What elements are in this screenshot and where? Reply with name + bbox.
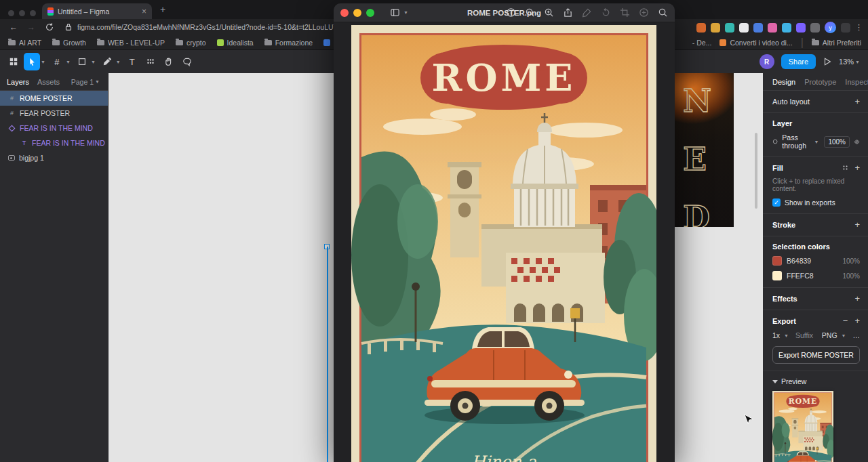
color-swatch[interactable]: [772, 256, 782, 266]
extension-icon[interactable]: [753, 23, 763, 33]
tab-layers[interactable]: Layers: [7, 78, 29, 86]
user-avatar[interactable]: R: [760, 54, 774, 69]
color-swatch[interactable]: [772, 271, 782, 280]
quicklook-titlebar[interactable]: ▼ ROME POSTER.png: [334, 3, 675, 22]
export-more-icon[interactable]: …: [853, 331, 861, 339]
styles-icon[interactable]: [842, 164, 849, 171]
window-controls[interactable]: [8, 7, 41, 19]
layer-row-component[interactable]: FEAR IS IN THE MIND: [0, 121, 108, 135]
remove-export-icon[interactable]: −: [843, 316, 848, 325]
bookmark-item[interactable]: crypto: [176, 39, 206, 47]
layer-row-text[interactable]: T FEAR IS IN THE MIND: [0, 135, 108, 150]
frame-tool-button[interactable]: #: [49, 53, 65, 70]
hand-tool-button[interactable]: [161, 53, 177, 70]
url-text[interactable]: figma.com/file/ZOqa831eMwhNfNMRz3vGs1/Un…: [77, 23, 364, 31]
extension-icon[interactable]: [711, 23, 720, 33]
forward-icon[interactable]: →: [27, 22, 35, 32]
bookmark-item[interactable]: Idealista: [217, 39, 254, 47]
tab-close-icon[interactable]: ×: [142, 7, 146, 16]
crop-icon[interactable]: [620, 7, 630, 18]
export-suffix-input[interactable]: Suffix: [795, 331, 816, 339]
blend-mode-icon[interactable]: [772, 138, 778, 146]
zoom-window-icon[interactable]: [30, 10, 36, 16]
minimize-icon[interactable]: [353, 9, 361, 17]
search-icon[interactable]: [658, 7, 668, 18]
new-tab-button[interactable]: +: [160, 4, 165, 15]
add-stroke-icon[interactable]: +: [854, 220, 860, 229]
close-icon[interactable]: [340, 9, 349, 17]
layer-row-image[interactable]: bigjpg 1: [0, 150, 108, 165]
extension-icon[interactable]: [782, 23, 791, 33]
shape-tool-button[interactable]: [74, 53, 90, 70]
blend-mode-select[interactable]: Pass through: [782, 133, 811, 150]
extension-icon[interactable]: [696, 23, 706, 33]
fear-poster-fragment[interactable]: N E D: [675, 73, 734, 227]
add-export-icon[interactable]: +: [854, 316, 860, 325]
export-button[interactable]: Export ROME POSTER: [772, 346, 860, 364]
text-tool-button[interactable]: T: [124, 53, 140, 70]
layer-row-fear-poster[interactable]: # FEAR POSTER: [0, 106, 108, 121]
export-scale-select[interactable]: 1x: [772, 331, 780, 339]
browser-menu-icon[interactable]: ⋮: [855, 23, 863, 32]
share-button[interactable]: Share: [781, 54, 816, 69]
add-fill-icon[interactable]: +: [854, 163, 860, 172]
tab-design[interactable]: Design: [772, 78, 795, 86]
preview-header[interactable]: Preview: [772, 377, 860, 385]
fullscreen-icon[interactable]: [366, 9, 374, 17]
bookmark-item[interactable]: Converti i video di...: [719, 39, 792, 47]
selection-colors-section: Selection colors B64839 100% FFEFC8 100%: [763, 236, 868, 288]
pen-tool-button[interactable]: [99, 53, 115, 70]
bookmark-item[interactable]: Altri Preferiti: [812, 39, 861, 47]
bookmark-item[interactable]: AI ART: [8, 39, 41, 47]
tab-prototype[interactable]: Prototype: [804, 78, 836, 86]
rotate-icon[interactable]: [601, 7, 611, 18]
eye-icon[interactable]: [854, 138, 860, 146]
puzzle-extensions-icon[interactable]: [810, 23, 820, 33]
minimize-window-icon[interactable]: [19, 10, 25, 16]
present-icon[interactable]: [823, 57, 832, 66]
chevron-down-icon[interactable]: ▼: [116, 60, 121, 64]
chevron-down-icon[interactable]: ▼: [91, 60, 96, 64]
chevron-down-icon: ▼: [784, 333, 789, 338]
layer-row-rome-poster[interactable]: # ROME POSTER: [0, 91, 108, 106]
bookmark-item[interactable]: Formazione: [264, 39, 313, 47]
canvas-scrollbar[interactable]: [755, 133, 757, 209]
add-effect-icon[interactable]: +: [854, 294, 860, 303]
tab-inspect[interactable]: Inspect: [845, 78, 868, 86]
selection-color-row[interactable]: B64839 100%: [772, 256, 860, 266]
annotate-icon[interactable]: [639, 7, 649, 18]
close-window-icon[interactable]: [8, 10, 14, 16]
tab-assets[interactable]: Assets: [37, 78, 60, 86]
chevron-down-icon[interactable]: ▼: [403, 10, 408, 15]
quicklook-window[interactable]: ▼ ROME POSTER.png: [334, 3, 675, 462]
chevron-down-icon[interactable]: ▼: [66, 60, 71, 64]
profile-avatar[interactable]: y: [825, 22, 836, 33]
selection-color-row[interactable]: FFEFC8 100%: [772, 271, 860, 280]
extension-icon[interactable]: [725, 23, 734, 33]
add-auto-layout-icon[interactable]: +: [854, 97, 860, 106]
comment-tool-button[interactable]: [179, 53, 195, 70]
show-in-exports-checkbox[interactable]: ✓: [772, 198, 781, 207]
markup-pen-icon[interactable]: [582, 7, 592, 18]
bookmark-item[interactable]: WEB - LEVEL-UP: [97, 39, 165, 47]
bookmark-item[interactable]: - De...: [692, 39, 712, 47]
apps-grid-icon[interactable]: [841, 23, 850, 33]
bookmark-item[interactable]: Growth: [52, 39, 86, 47]
extension-icon[interactable]: [768, 23, 777, 33]
extension-icon[interactable]: [739, 23, 749, 33]
share-icon[interactable]: [563, 7, 573, 18]
zoom-in-icon[interactable]: [544, 7, 554, 18]
page-selector[interactable]: Page 1▼: [71, 78, 101, 86]
export-format-select[interactable]: PNG: [822, 331, 837, 339]
main-menu-icon[interactable]: [5, 53, 22, 70]
reload-icon[interactable]: [45, 22, 54, 32]
zoom-menu[interactable]: 13%▼: [839, 58, 861, 66]
resources-tool-button[interactable]: [142, 53, 159, 70]
chevron-down-icon[interactable]: ▼: [41, 60, 45, 64]
back-icon[interactable]: ←: [9, 22, 18, 32]
browser-tab[interactable]: Untitled – Figma ×: [42, 3, 152, 19]
extension-icon[interactable]: [796, 23, 806, 33]
sidebar-icon[interactable]: [390, 7, 400, 18]
opacity-input[interactable]: 100%: [824, 136, 850, 148]
move-tool-button[interactable]: [24, 53, 40, 70]
